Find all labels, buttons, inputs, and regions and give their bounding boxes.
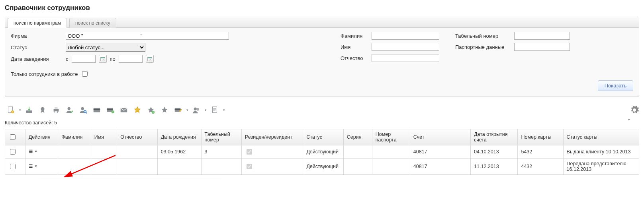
card-icon[interactable]: [91, 104, 103, 116]
firstname-input[interactable]: [372, 43, 439, 51]
column-header[interactable]: Табельный номер: [201, 129, 241, 145]
date-from-input[interactable]: [72, 55, 96, 63]
show-button[interactable]: Показать: [598, 80, 633, 91]
column-header[interactable]: Имя: [91, 129, 117, 145]
middlename-label: Отчество: [341, 55, 368, 61]
svg-rect-13: [55, 111, 57, 113]
column-header[interactable]: Серия: [343, 129, 372, 145]
svg-rect-18: [94, 108, 100, 112]
resident-checkbox: [247, 164, 252, 169]
firm-label: Фирма: [11, 33, 63, 39]
column-header[interactable]: Действия: [25, 129, 58, 145]
toolbar: +▾++▾▾▾: [5, 104, 225, 116]
table-row: ▾Действующий4081711.12.20134432Передана …: [5, 159, 639, 175]
calendar-icon[interactable]: 17: [99, 55, 107, 63]
cell-dob: 03.05.1962: [157, 145, 201, 159]
column-header[interactable]: Счет: [410, 129, 470, 145]
cell-passno: [372, 159, 410, 175]
cell-lastname: [58, 145, 91, 159]
cell-tabnum: 3: [201, 145, 241, 159]
firm-input[interactable]: [66, 32, 229, 40]
svg-rect-28: [175, 109, 181, 110]
cell-opened: 04.10.2013: [471, 145, 518, 159]
date-to-label: по: [110, 56, 115, 62]
date-label: Дата заведения: [11, 56, 63, 62]
passport-label: Паспортные данные: [455, 44, 511, 50]
column-header[interactable]: Статус: [303, 129, 343, 145]
tabnum-input[interactable]: [514, 32, 570, 40]
cell-card: 4432: [518, 159, 563, 175]
row-checkbox[interactable]: [10, 164, 16, 169]
user-check-icon[interactable]: [64, 104, 76, 116]
status-select[interactable]: Любой статус...: [66, 43, 145, 52]
only-active-label: Только сотрудники в работе: [11, 71, 78, 77]
card-add-icon[interactable]: +: [104, 104, 116, 116]
row-actions-button[interactable]: ▾: [29, 149, 37, 153]
svg-point-29: [194, 108, 197, 110]
cell-account: 40817: [410, 145, 470, 159]
print-icon[interactable]: [50, 104, 62, 116]
settings-gear-icon[interactable]: ▾: [630, 105, 639, 115]
card-edit-icon[interactable]: [172, 104, 184, 116]
star-plus-icon[interactable]: +: [145, 104, 157, 116]
column-header[interactable]: Номер карты: [518, 129, 563, 145]
star-fav-icon[interactable]: [131, 104, 143, 116]
status-label: Статус: [11, 44, 63, 50]
date-to-input[interactable]: [119, 55, 143, 63]
svg-text:+: +: [12, 110, 14, 113]
envelope-icon[interactable]: [118, 104, 130, 116]
only-active-checkbox[interactable]: [82, 71, 88, 77]
doc-more-icon[interactable]: [209, 104, 221, 116]
chevron-down-icon[interactable]: ▾: [204, 108, 207, 112]
select-all-checkbox[interactable]: [10, 134, 16, 140]
middlename-input[interactable]: [372, 54, 439, 62]
users-icon[interactable]: [190, 104, 202, 116]
lastname-input[interactable]: [372, 32, 439, 40]
svg-text:+: +: [153, 111, 154, 114]
svg-point-10: [41, 107, 44, 111]
cell-series: [343, 145, 372, 159]
table-row: ▾03.05.19623Действующий4081704.10.201354…: [5, 145, 639, 159]
cell-status: Действующий: [303, 159, 343, 175]
lastname-label: Фамилия: [341, 33, 368, 39]
cell-opened: 11.12.2013: [471, 159, 518, 175]
svg-text:17: 17: [102, 58, 104, 61]
record-count: Количество записей: 5: [5, 120, 639, 126]
cell-cardstatus: Выдана клиенту 10.10.2013: [563, 145, 639, 159]
search-panel: поиск по параметрам поиск по списку Фирм…: [5, 16, 639, 97]
column-header[interactable]: Статус карты: [563, 129, 639, 145]
passport-input[interactable]: [514, 43, 570, 51]
column-header[interactable]: Фамилия: [58, 129, 91, 145]
cell-cardstatus: Передана представителю 16.12.2013: [563, 159, 639, 175]
calendar-icon[interactable]: 17: [146, 55, 154, 63]
cell-tabnum: [201, 159, 241, 175]
row-checkbox[interactable]: [10, 149, 16, 155]
chevron-down-icon[interactable]: ▾: [222, 108, 225, 112]
cell-status: Действующий: [303, 145, 343, 159]
import-icon[interactable]: [23, 104, 35, 116]
cell-lastname: [58, 159, 91, 175]
award-icon[interactable]: [37, 104, 49, 116]
tab-search-list[interactable]: поиск по списку: [69, 18, 116, 28]
cell-dob: [157, 159, 201, 175]
chevron-down-icon[interactable]: ▾: [18, 108, 22, 112]
cell-resident: [242, 159, 303, 175]
tab-search-params[interactable]: поиск по параметрам: [8, 18, 67, 28]
chevron-down-icon[interactable]: ▾: [186, 108, 189, 112]
column-header[interactable]: Номер паспорта: [372, 129, 410, 145]
column-header[interactable]: Резиден/нерезидент: [242, 129, 303, 145]
column-header[interactable]: Дата открытия счета: [471, 129, 518, 145]
svg-rect-21: [107, 109, 113, 110]
firstname-label: Имя: [341, 44, 368, 50]
cell-middlename: [117, 145, 157, 159]
resident-checkbox: [247, 149, 252, 155]
svg-text:17: 17: [149, 58, 151, 61]
star-grey-icon[interactable]: [159, 104, 170, 116]
user-search-icon[interactable]: [77, 104, 89, 116]
new-doc-icon[interactable]: +: [5, 104, 17, 116]
column-header[interactable]: Дата рождения: [157, 129, 201, 145]
column-header[interactable]: Отчество: [117, 129, 157, 145]
tabnum-label: Табельный номер: [455, 33, 511, 39]
svg-rect-12: [55, 107, 57, 109]
row-actions-button[interactable]: ▾: [29, 164, 37, 168]
